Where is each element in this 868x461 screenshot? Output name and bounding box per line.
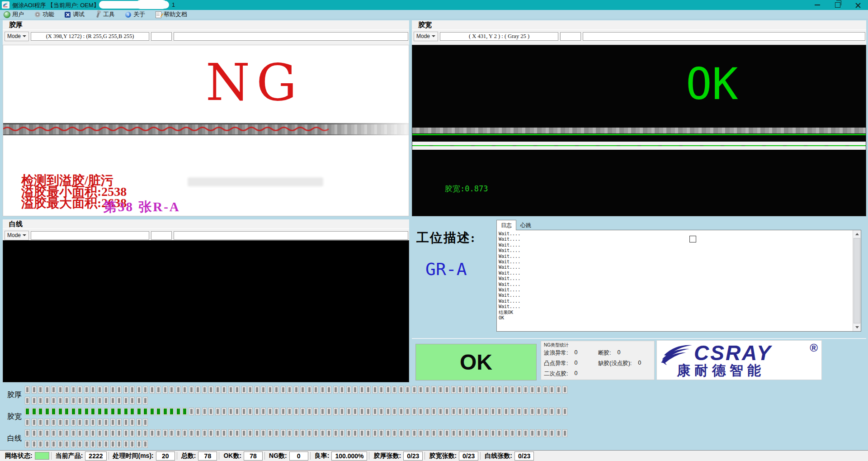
statusbar-field-value: 0/23 bbox=[459, 451, 478, 461]
result-cell bbox=[64, 429, 69, 437]
result-cell-inner bbox=[46, 387, 48, 392]
minimize-button[interactable] bbox=[807, 0, 827, 10]
menu-item-help-doc[interactable]: 帮助文档 bbox=[155, 10, 187, 19]
result-cell bbox=[287, 386, 292, 394]
result-cell-inner bbox=[66, 420, 68, 425]
result-cell bbox=[491, 429, 495, 437]
menu-item-debug[interactable]: 调试 bbox=[64, 10, 85, 19]
result-cell bbox=[71, 418, 76, 426]
network-status-indicator bbox=[35, 452, 49, 460]
result-cell bbox=[523, 408, 528, 415]
result-cell-inner bbox=[413, 431, 415, 436]
result-cell bbox=[45, 397, 50, 404]
result-cell-inner bbox=[269, 387, 271, 392]
scroll-up-button[interactable] bbox=[853, 230, 861, 238]
result-cell bbox=[77, 397, 82, 404]
tab-log[interactable]: 日志 bbox=[496, 220, 516, 230]
result-cell bbox=[137, 429, 142, 437]
ng-stats-title: NG类型统计 bbox=[544, 342, 651, 348]
result-cell-inner bbox=[472, 409, 474, 414]
result-cell-inner bbox=[275, 409, 278, 414]
result-cell-inner bbox=[262, 387, 264, 392]
result-cell-inner bbox=[66, 431, 68, 436]
result-cell bbox=[556, 429, 561, 437]
result-cell-inner bbox=[72, 431, 75, 436]
result-cell bbox=[517, 408, 522, 415]
result-cell bbox=[25, 418, 30, 426]
result-cell-inner bbox=[393, 387, 396, 392]
ng-stat-row: 凸点异常:0 bbox=[544, 360, 594, 367]
result-cell bbox=[418, 386, 423, 394]
result-cell-inner bbox=[79, 431, 81, 436]
log-line: Wait.... bbox=[499, 271, 861, 276]
mode-dropdown[interactable]: Mode bbox=[5, 231, 29, 240]
result-cell bbox=[32, 440, 37, 448]
log-list[interactable]: Wait....Wait....Wait....Wait....Wait....… bbox=[496, 230, 861, 332]
statusbar-separator bbox=[310, 452, 311, 460]
result-cell-inner bbox=[197, 431, 199, 436]
result-cell bbox=[333, 429, 338, 437]
menu-item-user[interactable]: 用户 bbox=[4, 10, 24, 19]
result-cell bbox=[25, 397, 30, 404]
result-cell-inner bbox=[459, 431, 461, 436]
menu-item-tools[interactable]: 工具 bbox=[94, 10, 115, 19]
result-cell-inner bbox=[112, 398, 114, 403]
registered-mark: ® bbox=[810, 342, 818, 354]
result-overlay-ok: OK bbox=[686, 62, 738, 106]
menu-item-about[interactable]: i 关于 bbox=[125, 10, 145, 19]
result-cell-inner bbox=[230, 431, 232, 436]
scrollbar-thumb[interactable] bbox=[854, 238, 860, 323]
ng-stat-value: 0 bbox=[638, 360, 641, 367]
log-checkbox[interactable] bbox=[689, 236, 696, 242]
result-cell bbox=[163, 386, 168, 394]
log-scrollbar[interactable] bbox=[853, 230, 861, 331]
menu-item-functions[interactable]: 功能 bbox=[34, 10, 54, 19]
result-cell bbox=[497, 408, 502, 415]
close-button[interactable] bbox=[848, 0, 868, 10]
result-cell-inner bbox=[288, 409, 291, 414]
result-cell bbox=[195, 408, 200, 415]
result-cell bbox=[51, 408, 56, 415]
mode-dropdown[interactable]: Mode bbox=[5, 32, 29, 41]
window-title: 侧涂AOI程序 【当前用户: OEM】 编 bbox=[12, 1, 107, 10]
glue-thickness-image[interactable]: NG 检测到溢胶/脏污 溢胶最小面积:2538 溢胶最大面积:2638 第38 … bbox=[3, 45, 409, 216]
result-cell-inner bbox=[26, 387, 28, 392]
result-cell bbox=[464, 429, 469, 437]
glue-width-image[interactable]: OK 胶宽:0.873 bbox=[412, 45, 866, 216]
result-cell bbox=[412, 408, 417, 415]
chevron-down-icon bbox=[432, 35, 435, 37]
white-line-image[interactable] bbox=[3, 240, 409, 382]
result-cell-inner bbox=[79, 387, 81, 392]
result-cell-inner bbox=[72, 398, 75, 403]
result-cell bbox=[58, 418, 63, 426]
result-cell bbox=[71, 386, 76, 394]
result-cell bbox=[326, 408, 331, 415]
grid-row bbox=[25, 386, 567, 394]
result-cell bbox=[215, 386, 220, 394]
result-cell-inner bbox=[26, 420, 28, 425]
result-cell-inner bbox=[39, 409, 42, 414]
scroll-down-button[interactable] bbox=[853, 323, 861, 331]
result-cell bbox=[451, 429, 456, 437]
result-cell bbox=[84, 418, 89, 426]
result-cell-inner bbox=[39, 442, 42, 447]
result-cell bbox=[84, 386, 89, 394]
tab-heartbeat[interactable]: 心跳 bbox=[516, 220, 535, 230]
statusbar-field-value: 0/23 bbox=[514, 451, 534, 461]
result-cell-inner bbox=[164, 409, 167, 414]
mode-dropdown[interactable]: Mode bbox=[414, 32, 438, 41]
mode-label: Mode bbox=[416, 33, 430, 39]
glue-strip-green-mid bbox=[412, 145, 866, 146]
result-cell-inner bbox=[170, 409, 173, 414]
result-cell-inner bbox=[505, 387, 507, 392]
restore-button[interactable] bbox=[827, 0, 848, 10]
result-cell-inner bbox=[282, 409, 284, 414]
result-cell-inner bbox=[551, 409, 553, 414]
result-cell bbox=[471, 429, 476, 437]
result-cell-inner bbox=[66, 387, 68, 392]
result-cell-inner bbox=[328, 431, 330, 436]
result-cell-inner bbox=[354, 431, 356, 436]
result-cell-inner bbox=[302, 387, 304, 392]
result-cell-inner bbox=[138, 387, 140, 392]
result-cell-inner bbox=[348, 431, 350, 436]
